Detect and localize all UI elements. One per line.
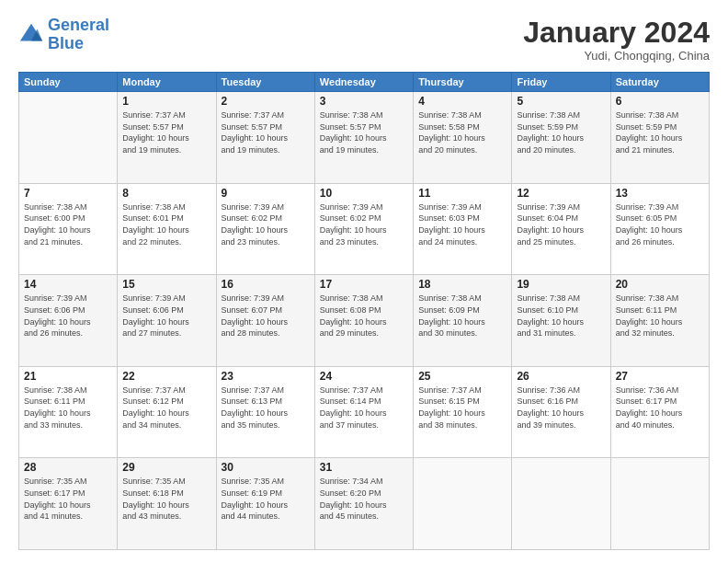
calendar-cell: 18Sunrise: 7:38 AMSunset: 6:09 PMDayligh… bbox=[414, 275, 512, 367]
month-title: January 2024 bbox=[523, 17, 710, 49]
calendar-cell: 23Sunrise: 7:37 AMSunset: 6:13 PMDayligh… bbox=[216, 366, 314, 458]
cell-info: Sunrise: 7:37 AMSunset: 6:13 PMDaylight:… bbox=[222, 385, 310, 431]
cell-info: Sunrise: 7:38 AMSunset: 6:11 PMDaylight:… bbox=[616, 293, 704, 339]
calendar-cell bbox=[610, 458, 709, 550]
cell-day-number: 24 bbox=[320, 370, 408, 383]
cell-day-number: 3 bbox=[320, 95, 408, 108]
cell-day-number: 30 bbox=[222, 461, 310, 474]
calendar-cell: 28Sunrise: 7:35 AMSunset: 6:17 PMDayligh… bbox=[19, 458, 118, 550]
calendar-cell: 8Sunrise: 7:38 AMSunset: 6:01 PMDaylight… bbox=[118, 183, 216, 275]
cell-info: Sunrise: 7:38 AMSunset: 6:10 PMDaylight:… bbox=[517, 293, 605, 339]
cell-day-number: 31 bbox=[320, 461, 408, 474]
calendar-cell: 14Sunrise: 7:39 AMSunset: 6:06 PMDayligh… bbox=[19, 275, 118, 367]
cell-info: Sunrise: 7:37 AMSunset: 6:12 PMDaylight:… bbox=[122, 385, 210, 431]
cell-day-number: 9 bbox=[222, 187, 310, 200]
page: General Blue January 2024 Yudi, Chongqin… bbox=[0, 0, 728, 563]
cell-info: Sunrise: 7:38 AMSunset: 6:09 PMDaylight:… bbox=[418, 293, 506, 339]
calendar-cell: 25Sunrise: 7:37 AMSunset: 6:15 PMDayligh… bbox=[414, 366, 512, 458]
calendar-cell: 11Sunrise: 7:39 AMSunset: 6:03 PMDayligh… bbox=[414, 183, 512, 275]
day-header-friday: Friday bbox=[512, 73, 610, 92]
calendar-cell: 5Sunrise: 7:38 AMSunset: 5:59 PMDaylight… bbox=[512, 92, 610, 184]
calendar-cell: 30Sunrise: 7:35 AMSunset: 6:19 PMDayligh… bbox=[216, 458, 314, 550]
cell-day-number: 6 bbox=[616, 95, 704, 108]
cell-info: Sunrise: 7:38 AMSunset: 5:57 PMDaylight:… bbox=[320, 109, 408, 155]
calendar-cell: 12Sunrise: 7:39 AMSunset: 6:04 PMDayligh… bbox=[512, 183, 610, 275]
cell-info: Sunrise: 7:37 AMSunset: 5:57 PMDaylight:… bbox=[222, 109, 310, 155]
cell-day-number: 10 bbox=[320, 187, 408, 200]
calendar-cell: 26Sunrise: 7:36 AMSunset: 6:16 PMDayligh… bbox=[512, 366, 610, 458]
logo-line2: Blue bbox=[48, 34, 84, 52]
header: General Blue January 2024 Yudi, Chongqin… bbox=[18, 17, 710, 63]
day-header-sunday: Sunday bbox=[19, 73, 118, 92]
calendar-week-3: 14Sunrise: 7:39 AMSunset: 6:06 PMDayligh… bbox=[19, 275, 710, 367]
calendar-cell: 31Sunrise: 7:34 AMSunset: 6:20 PMDayligh… bbox=[314, 458, 413, 550]
calendar-cell: 9Sunrise: 7:39 AMSunset: 6:02 PMDaylight… bbox=[216, 183, 314, 275]
cell-day-number: 1 bbox=[122, 95, 210, 108]
cell-info: Sunrise: 7:39 AMSunset: 6:03 PMDaylight:… bbox=[418, 201, 506, 247]
calendar-cell: 21Sunrise: 7:38 AMSunset: 6:11 PMDayligh… bbox=[19, 366, 118, 458]
cell-day-number: 7 bbox=[24, 187, 112, 200]
day-header-wednesday: Wednesday bbox=[314, 73, 413, 92]
calendar-cell: 15Sunrise: 7:39 AMSunset: 6:06 PMDayligh… bbox=[118, 275, 216, 367]
cell-day-number: 23 bbox=[222, 370, 310, 383]
calendar-week-1: 1Sunrise: 7:37 AMSunset: 5:57 PMDaylight… bbox=[19, 92, 710, 184]
cell-day-number: 28 bbox=[24, 461, 112, 474]
cell-day-number: 8 bbox=[122, 187, 210, 200]
calendar-cell: 16Sunrise: 7:39 AMSunset: 6:07 PMDayligh… bbox=[216, 275, 314, 367]
cell-day-number: 5 bbox=[517, 95, 605, 108]
cell-day-number: 16 bbox=[222, 278, 310, 291]
cell-info: Sunrise: 7:38 AMSunset: 6:00 PMDaylight:… bbox=[24, 201, 112, 247]
cell-info: Sunrise: 7:39 AMSunset: 6:07 PMDaylight:… bbox=[222, 293, 310, 339]
calendar-week-5: 28Sunrise: 7:35 AMSunset: 6:17 PMDayligh… bbox=[19, 458, 710, 550]
cell-info: Sunrise: 7:35 AMSunset: 6:19 PMDaylight:… bbox=[222, 476, 310, 522]
cell-day-number: 13 bbox=[616, 187, 704, 200]
day-header-saturday: Saturday bbox=[610, 73, 709, 92]
cell-day-number: 29 bbox=[122, 461, 210, 474]
calendar-cell: 17Sunrise: 7:38 AMSunset: 6:08 PMDayligh… bbox=[314, 275, 413, 367]
calendar-cell: 7Sunrise: 7:38 AMSunset: 6:00 PMDaylight… bbox=[19, 183, 118, 275]
calendar-week-2: 7Sunrise: 7:38 AMSunset: 6:00 PMDaylight… bbox=[19, 183, 710, 275]
calendar-cell: 22Sunrise: 7:37 AMSunset: 6:12 PMDayligh… bbox=[118, 366, 216, 458]
cell-info: Sunrise: 7:36 AMSunset: 6:17 PMDaylight:… bbox=[616, 385, 704, 431]
calendar-cell: 10Sunrise: 7:39 AMSunset: 6:02 PMDayligh… bbox=[314, 183, 413, 275]
calendar-header-row: SundayMondayTuesdayWednesdayThursdayFrid… bbox=[19, 73, 710, 92]
cell-info: Sunrise: 7:39 AMSunset: 6:06 PMDaylight:… bbox=[24, 293, 112, 339]
cell-info: Sunrise: 7:36 AMSunset: 6:16 PMDaylight:… bbox=[517, 385, 605, 431]
cell-info: Sunrise: 7:34 AMSunset: 6:20 PMDaylight:… bbox=[320, 476, 408, 522]
calendar-table: SundayMondayTuesdayWednesdayThursdayFrid… bbox=[18, 72, 710, 550]
cell-day-number: 12 bbox=[517, 187, 605, 200]
cell-day-number: 4 bbox=[418, 95, 506, 108]
cell-day-number: 18 bbox=[418, 278, 506, 291]
cell-info: Sunrise: 7:37 AMSunset: 6:14 PMDaylight:… bbox=[320, 385, 408, 431]
cell-day-number: 2 bbox=[222, 95, 310, 108]
logo: General Blue bbox=[18, 17, 109, 53]
cell-day-number: 27 bbox=[616, 370, 704, 383]
calendar-cell: 19Sunrise: 7:38 AMSunset: 6:10 PMDayligh… bbox=[512, 275, 610, 367]
cell-info: Sunrise: 7:37 AMSunset: 5:57 PMDaylight:… bbox=[122, 109, 210, 155]
calendar-cell: 2Sunrise: 7:37 AMSunset: 5:57 PMDaylight… bbox=[216, 92, 314, 184]
cell-info: Sunrise: 7:38 AMSunset: 5:58 PMDaylight:… bbox=[418, 109, 506, 155]
cell-info: Sunrise: 7:39 AMSunset: 6:05 PMDaylight:… bbox=[616, 201, 704, 247]
cell-day-number: 14 bbox=[24, 278, 112, 291]
day-header-monday: Monday bbox=[118, 73, 216, 92]
day-header-thursday: Thursday bbox=[414, 73, 512, 92]
cell-info: Sunrise: 7:39 AMSunset: 6:02 PMDaylight:… bbox=[222, 201, 310, 247]
cell-info: Sunrise: 7:38 AMSunset: 6:01 PMDaylight:… bbox=[122, 201, 210, 247]
cell-day-number: 20 bbox=[616, 278, 704, 291]
cell-info: Sunrise: 7:35 AMSunset: 6:17 PMDaylight:… bbox=[24, 476, 112, 522]
cell-info: Sunrise: 7:39 AMSunset: 6:06 PMDaylight:… bbox=[122, 293, 210, 339]
logo-line1: General bbox=[48, 16, 109, 34]
cell-day-number: 11 bbox=[418, 187, 506, 200]
calendar-cell: 4Sunrise: 7:38 AMSunset: 5:58 PMDaylight… bbox=[414, 92, 512, 184]
cell-info: Sunrise: 7:39 AMSunset: 6:04 PMDaylight:… bbox=[517, 201, 605, 247]
calendar-cell: 24Sunrise: 7:37 AMSunset: 6:14 PMDayligh… bbox=[314, 366, 413, 458]
calendar-cell: 27Sunrise: 7:36 AMSunset: 6:17 PMDayligh… bbox=[610, 366, 709, 458]
cell-day-number: 15 bbox=[122, 278, 210, 291]
cell-info: Sunrise: 7:37 AMSunset: 6:15 PMDaylight:… bbox=[418, 385, 506, 431]
logo-text: General Blue bbox=[48, 17, 109, 53]
calendar-cell: 3Sunrise: 7:38 AMSunset: 5:57 PMDaylight… bbox=[314, 92, 413, 184]
calendar-cell: 13Sunrise: 7:39 AMSunset: 6:05 PMDayligh… bbox=[610, 183, 709, 275]
day-header-tuesday: Tuesday bbox=[216, 73, 314, 92]
title-block: January 2024 Yudi, Chongqing, China bbox=[523, 17, 710, 63]
calendar-cell bbox=[19, 92, 118, 184]
